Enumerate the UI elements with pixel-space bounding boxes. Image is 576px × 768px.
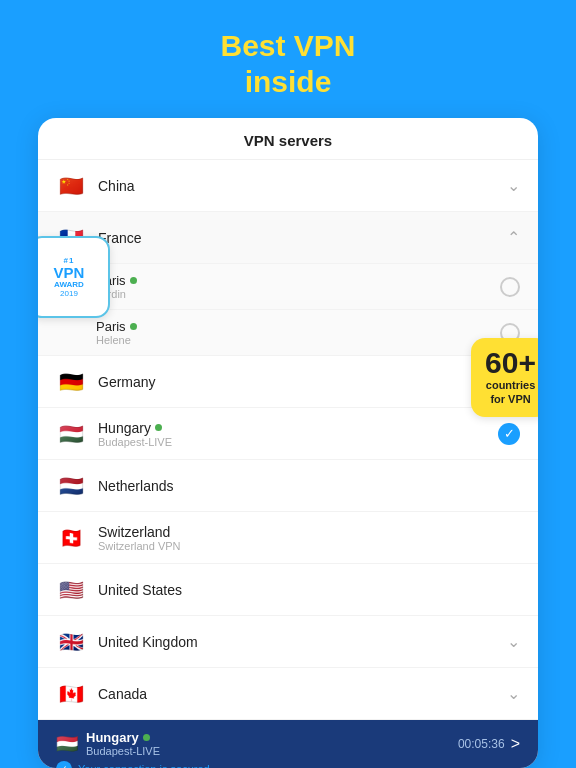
sub-server-name-paris1: Paris: [96, 273, 500, 288]
flag-us: 🇺🇸: [56, 575, 86, 605]
server-sub-switzerland: Switzerland VPN: [98, 540, 520, 552]
bottom-status-row: 🇭🇺 Hungary Budapest-LIVE 00:05:36 >: [56, 730, 520, 757]
radio-paris1[interactable]: [500, 277, 520, 297]
server-name-germany: Germany: [98, 374, 507, 390]
award-award-label: AWARD: [54, 280, 84, 289]
secured-row: ✓ Your connection is secured: [56, 761, 520, 768]
bottom-right-info: 00:05:36 >: [458, 735, 520, 753]
server-name-netherlands: Netherlands: [98, 478, 520, 494]
server-row-netherlands[interactable]: 🇳🇱 Netherlands: [38, 460, 538, 512]
server-name-uk: United Kingdom: [98, 634, 507, 650]
sub-server-name-paris2: Paris: [96, 319, 500, 334]
dot-paris1: [130, 277, 137, 284]
server-row-germany[interactable]: 🇩🇪 Germany ⌄: [38, 356, 538, 408]
server-row-us[interactable]: 🇺🇸 United States: [38, 564, 538, 616]
server-name-switzerland: Switzerland: [98, 524, 520, 540]
server-sub-hungary: Budapest-LIVE: [98, 436, 498, 448]
bottom-country-name: Hungary: [86, 730, 160, 745]
dot-hungary: [155, 424, 162, 431]
flag-netherlands: 🇳🇱: [56, 471, 86, 501]
sub-server-sub-paris2: Helene: [96, 334, 500, 346]
bottom-bar: 🇭🇺 Hungary Budapest-LIVE 00:05:36 > ✓ Yo…: [38, 720, 538, 768]
hero-section: Best VPN inside: [220, 28, 355, 100]
flag-china: 🇨🇳: [56, 171, 86, 201]
sub-row-paris1[interactable]: Paris Jardin: [38, 264, 538, 310]
server-name-china: China: [98, 178, 507, 194]
server-row-china[interactable]: 🇨🇳 China ⌄: [38, 160, 538, 212]
flag-uk: 🇬🇧: [56, 627, 86, 657]
chevron-canada: ⌄: [507, 684, 520, 703]
countries-label-line1: countries: [485, 378, 536, 392]
server-row-switzerland[interactable]: 🇨🇭 Switzerland Switzerland VPN: [38, 512, 538, 564]
card-header: VPN servers: [38, 118, 538, 160]
bottom-arrow-icon[interactable]: >: [511, 735, 520, 753]
server-row-hungary[interactable]: 🇭🇺 Hungary Budapest-LIVE ✓: [38, 408, 538, 460]
bottom-country-text: Hungary: [86, 730, 139, 745]
bottom-left-info: 🇭🇺 Hungary Budapest-LIVE: [56, 730, 160, 757]
flag-hungary: 🇭🇺: [56, 419, 86, 449]
dot-bottom: [143, 734, 150, 741]
hero-title-line2: inside: [220, 64, 355, 100]
chevron-uk: ⌄: [507, 632, 520, 651]
secured-text: Your connection is secured: [78, 763, 210, 768]
bottom-timer: 00:05:36: [458, 737, 505, 751]
sub-server-sub-paris1: Jardin: [96, 288, 500, 300]
sub-row-paris2[interactable]: Paris Helene: [38, 310, 538, 356]
server-name-hungary: Hungary: [98, 420, 498, 436]
bottom-flag: 🇭🇺: [56, 733, 78, 755]
server-name-us: United States: [98, 582, 520, 598]
award-vpn-label: VPN: [54, 265, 85, 280]
countries-number: 60+: [485, 348, 536, 378]
countries-badge: 60+ countries for VPN: [471, 338, 538, 417]
award-badge: #1 VPN AWARD 2019: [38, 236, 110, 318]
server-list: 🇨🇳 China ⌄ 🇫🇷 France ⌃ Paris Jardin: [38, 160, 538, 720]
flag-germany: 🇩🇪: [56, 367, 86, 397]
bottom-server-name: Budapest-LIVE: [86, 745, 160, 757]
dot-paris2: [130, 323, 137, 330]
server-name-france: France: [98, 230, 507, 246]
server-name-canada: Canada: [98, 686, 507, 702]
award-year: 2019: [60, 289, 78, 298]
server-row-canada[interactable]: 🇨🇦 Canada ⌄: [38, 668, 538, 720]
countries-label-line2: for VPN: [485, 392, 536, 406]
hero-title-line1: Best VPN: [220, 28, 355, 64]
vpn-card: #1 VPN AWARD 2019 60+ countries for VPN …: [38, 118, 538, 768]
card-header-text: VPN servers: [244, 132, 332, 149]
server-row-france[interactable]: 🇫🇷 France ⌃: [38, 212, 538, 264]
chevron-france: ⌃: [507, 228, 520, 247]
server-row-uk[interactable]: 🇬🇧 United Kingdom ⌄: [38, 616, 538, 668]
flag-canada: 🇨🇦: [56, 679, 86, 709]
secured-check-icon: ✓: [56, 761, 72, 768]
flag-switzerland: 🇨🇭: [56, 523, 86, 553]
check-hungary: ✓: [498, 423, 520, 445]
chevron-china: ⌄: [507, 176, 520, 195]
